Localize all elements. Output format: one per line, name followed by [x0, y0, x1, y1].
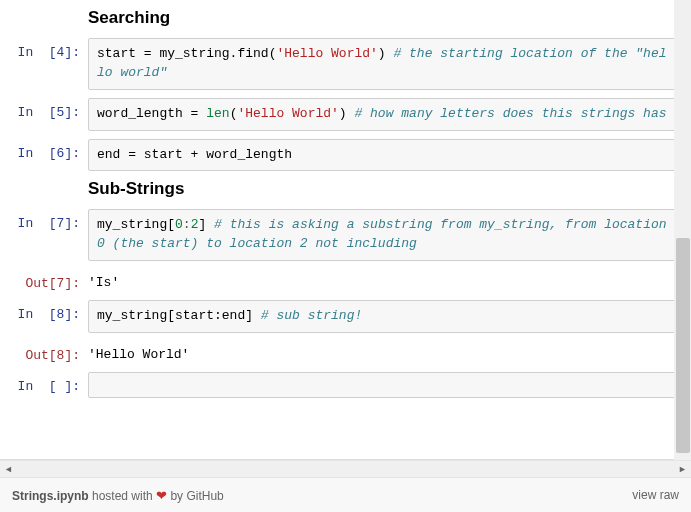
scroll-right-arrow-icon[interactable]: ►: [674, 461, 691, 478]
prompt-in-7: In [7]:: [10, 209, 88, 231]
scroll-left-arrow-icon[interactable]: ◄: [0, 461, 17, 478]
gist-meta-left: Strings.ipynb hosted with ❤ by GitHub: [12, 488, 224, 503]
horizontal-scrollbar[interactable]: ◄ ►: [0, 460, 691, 477]
heading-substrings: Sub-Strings: [88, 179, 679, 199]
cell-4: In [4]: start = my_string.find('Hello Wo…: [10, 38, 679, 90]
code-token: ): [378, 46, 394, 61]
prompt-out-8: Out[8]:: [10, 341, 88, 363]
hosted-text: hosted with: [89, 489, 156, 503]
cell-7: In [7]: my_string[0:2] # this is asking …: [10, 209, 679, 261]
code-comment: # how many letters does this strings has: [354, 106, 666, 121]
vertical-scrollbar[interactable]: [674, 0, 691, 460]
code-comment: # the starting location of the "hel: [393, 46, 666, 61]
filename-link[interactable]: Strings.ipynb: [12, 489, 89, 503]
heading-searching: Searching: [88, 8, 679, 28]
code-token: end = start + word_length: [97, 147, 292, 162]
code-comment: lo world": [97, 65, 167, 80]
code-token: 0: [175, 217, 183, 232]
code-token: 'Hello World': [276, 46, 377, 61]
by-text: by: [167, 489, 186, 503]
prompt-in-blank: In [ ]:: [10, 372, 88, 394]
prompt-out-7: Out[7]:: [10, 269, 88, 291]
heart-icon: ❤: [156, 488, 167, 503]
gist-meta: Strings.ipynb hosted with ❤ by GitHub vi…: [0, 477, 691, 512]
notebook-viewport[interactable]: Searching In [4]: start = my_string.find…: [0, 0, 691, 460]
output-8: Out[8]: 'Hello World': [10, 341, 679, 364]
code-token: :: [183, 217, 191, 232]
code-token: 'Hello World': [237, 106, 338, 121]
prompt-in-4: In [4]:: [10, 38, 88, 60]
code-token: ): [339, 106, 355, 121]
output-text-8: 'Hello World': [88, 341, 679, 364]
code-input-4[interactable]: start = my_string.find('Hello World') # …: [88, 38, 679, 90]
code-token: start = my_string.find(: [97, 46, 276, 61]
code-token: len: [206, 106, 229, 121]
code-token: word_length =: [97, 106, 206, 121]
prompt-in-8: In [8]:: [10, 300, 88, 322]
cell-8: In [8]: my_string[start:end] # sub strin…: [10, 300, 679, 333]
code-comment: # this is asking a substring from my_str…: [214, 217, 666, 232]
code-input-5[interactable]: word_length = len('Hello World') # how m…: [88, 98, 679, 131]
vertical-scrollbar-thumb[interactable]: [676, 238, 690, 453]
code-input-blank[interactable]: [88, 372, 679, 398]
code-comment: 0 (the start) to location 2 not includin…: [97, 236, 417, 251]
code-comment: # sub string!: [261, 308, 362, 323]
output-text-7: 'Is': [88, 269, 679, 292]
github-link[interactable]: GitHub: [186, 489, 223, 503]
prompt-in-5: In [5]:: [10, 98, 88, 120]
code-token: my_string[: [97, 217, 175, 232]
cell-6: In [6]: end = start + word_length: [10, 139, 679, 172]
code-input-6[interactable]: end = start + word_length: [88, 139, 679, 172]
prompt-in-6: In [6]:: [10, 139, 88, 161]
footer: ◄ ► Strings.ipynb hosted with ❤ by GitHu…: [0, 460, 691, 512]
notebook-content: Searching In [4]: start = my_string.find…: [0, 8, 689, 416]
view-raw-link[interactable]: view raw: [632, 488, 679, 502]
code-token: my_string[start:end]: [97, 308, 261, 323]
code-token: ]: [198, 217, 214, 232]
cell-5: In [5]: word_length = len('Hello World')…: [10, 98, 679, 131]
code-input-8[interactable]: my_string[start:end] # sub string!: [88, 300, 679, 333]
code-input-7[interactable]: my_string[0:2] # this is asking a substr…: [88, 209, 679, 261]
output-7: Out[7]: 'Is': [10, 269, 679, 292]
cell-blank: In [ ]:: [10, 372, 679, 398]
